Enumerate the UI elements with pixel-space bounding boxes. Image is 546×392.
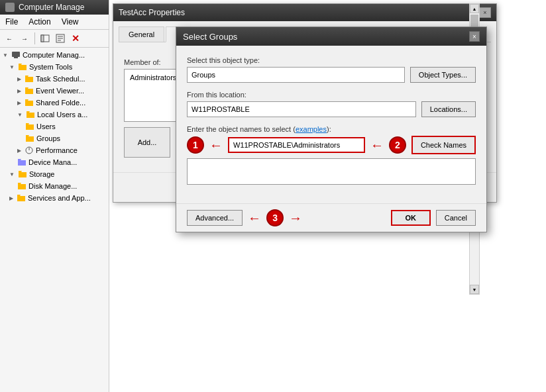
delete-button[interactable]: ✕ <box>69 32 82 45</box>
tree-item-system-tools[interactable]: ▼ System Tools <box>0 61 109 73</box>
object-type-row: Object Types... <box>187 67 476 83</box>
step3-bubble: 3 <box>266 209 284 226</box>
expand-icon: ▼ <box>3 52 8 58</box>
tree-item-services[interactable]: ▶ Services and App... <box>0 192 109 204</box>
folder-icon-lu <box>26 110 35 119</box>
object-name-input[interactable]: W11PROSTABLE\Administrators <box>228 137 365 153</box>
object-types-button[interactable]: Object Types... <box>410 67 476 83</box>
arrow2: ← <box>370 138 384 153</box>
tree-label-task: Task Schedul... <box>36 75 85 83</box>
tree-item-computer-management[interactable]: ▼ Computer Manag... <box>0 49 109 61</box>
sg-cancel-button[interactable]: Cancel <box>436 210 476 226</box>
sg-titlebar: Select Groups × <box>176 27 486 46</box>
expand-icon-storage: ▼ <box>9 172 15 177</box>
computer-icon <box>11 50 21 60</box>
check-names-button[interactable]: Check Names <box>411 136 476 154</box>
folder-icon-svc <box>17 193 26 203</box>
advanced-button[interactable]: Advanced... <box>187 210 243 226</box>
computer-management-window: Computer Manage File Action View ← → ✕ ▼… <box>0 0 109 392</box>
arrow3: ← <box>248 211 261 226</box>
expand-icon-svc: ▶ <box>9 195 13 201</box>
location-input[interactable] <box>187 101 416 117</box>
tree-item-performance[interactable]: ▶ Performance <box>0 144 109 156</box>
tree-label-perf: Performance <box>36 146 78 154</box>
back-button[interactable]: ← <box>3 32 16 45</box>
add-button[interactable]: Add... <box>124 127 170 158</box>
names-label: Enter the object names to select (exampl… <box>187 125 476 133</box>
tree-item-disk[interactable]: Disk Manage... <box>0 180 109 192</box>
close-dialog-button[interactable]: × <box>479 7 491 18</box>
advanced-area: Advanced... ← 3 → <box>187 209 302 226</box>
properties-titlebar: TestAcc Properties ? × <box>113 4 496 21</box>
folder-icon-shared <box>25 98 34 107</box>
tree-label-disk: Disk Manage... <box>28 182 77 190</box>
sg-footer: Advanced... ← 3 → OK Cancel <box>176 203 486 232</box>
sg-ok-button[interactable]: OK <box>391 210 431 226</box>
tree-panel: ▼ Computer Manag... ▼ System Tools ▶ Tas… <box>0 48 109 204</box>
tree-label-storage: Storage <box>29 170 55 178</box>
menu-action[interactable]: Action <box>26 16 53 28</box>
folder-icon-task <box>25 74 34 83</box>
sg-footer-right: OK Cancel <box>391 210 476 226</box>
tree-item-shared[interactable]: ▶ Shared Folde... <box>0 97 109 109</box>
expand-icon-shared: ▶ <box>17 100 21 106</box>
main-area: TestAcc Properties ? × General Member Of… <box>109 0 546 392</box>
arrow3-right: → <box>289 211 302 226</box>
tree-item-task[interactable]: ▶ Task Schedul... <box>0 73 109 85</box>
tree-item-event[interactable]: ▶ Event Viewer... <box>0 85 109 97</box>
expand-icon-st: ▼ <box>9 64 15 70</box>
svg-rect-7 <box>14 57 18 58</box>
show-hide-console-button[interactable] <box>38 32 52 45</box>
object-type-label: Select this object type: <box>187 56 476 64</box>
step2-bubble: 2 <box>389 136 406 154</box>
tree-label-lu: Local Users a... <box>37 111 87 119</box>
tree-item-device[interactable]: Device Mana... <box>0 156 109 168</box>
expand-icon-perf: ▶ <box>17 148 21 154</box>
svg-rect-6 <box>12 52 20 57</box>
folder-icon-perf <box>25 146 34 155</box>
expand-icon-task: ▶ <box>17 76 21 82</box>
cm-toolbar: ← → ✕ <box>0 30 109 48</box>
tree-label-cm: Computer Manag... <box>23 51 85 59</box>
tree-item-groups[interactable]: Groups <box>0 132 109 144</box>
scroll-down-arrow[interactable]: ▼ <box>470 285 479 294</box>
tab-general[interactable]: General <box>119 26 164 42</box>
toolbar-sep-1 <box>34 32 35 44</box>
folder-icon-disk <box>17 181 27 191</box>
tree-item-users[interactable]: Users <box>0 121 109 132</box>
expand-icon-event: ▶ <box>17 88 21 94</box>
tree-label-st: System Tools <box>29 63 72 71</box>
step1-bubble: 1 <box>187 136 204 154</box>
menu-file[interactable]: File <box>3 16 21 28</box>
folder-icon-st <box>18 62 27 72</box>
tree-label-device: Device Mana... <box>28 158 77 166</box>
folder-icon-storage <box>18 170 27 179</box>
forward-button[interactable]: → <box>18 32 31 45</box>
folder-icon-users <box>25 122 34 131</box>
folder-icon-event <box>25 86 34 95</box>
sg-close-button[interactable]: × <box>469 31 480 42</box>
object-type-input[interactable] <box>187 67 405 83</box>
scroll-up-arrow[interactable]: ▲ <box>470 4 479 13</box>
menu-view[interactable]: View <box>59 16 82 28</box>
folder-icon-device <box>17 158 27 167</box>
cm-titlebar: Computer Manage <box>0 0 109 15</box>
tree-item-storage[interactable]: ▼ Storage <box>0 168 109 180</box>
tree-item-localusers[interactable]: ▼ Local Users a... <box>0 109 109 121</box>
location-label: From this location: <box>187 91 476 99</box>
cm-window-icon <box>5 3 15 12</box>
expand-icon-lu: ▼ <box>17 112 23 118</box>
tree-label-event: Event Viewer... <box>36 87 84 95</box>
locations-button[interactable]: Locations... <box>421 101 476 117</box>
sg-title: Select Groups <box>183 32 237 42</box>
extra-names-area[interactable] <box>187 158 476 185</box>
folder-icon-groups <box>25 134 34 143</box>
select-groups-dialog: Select Groups × Select this object type:… <box>176 26 487 232</box>
tree-label-users: Users <box>36 122 56 130</box>
tree-label-svc: Services and App... <box>28 194 91 202</box>
arrow1: ← <box>209 138 223 153</box>
properties-button[interactable] <box>54 32 67 45</box>
examples-link[interactable]: examples <box>296 125 327 133</box>
svg-rect-1 <box>41 35 44 42</box>
sg-body: Select this object type: Object Types...… <box>176 46 486 203</box>
